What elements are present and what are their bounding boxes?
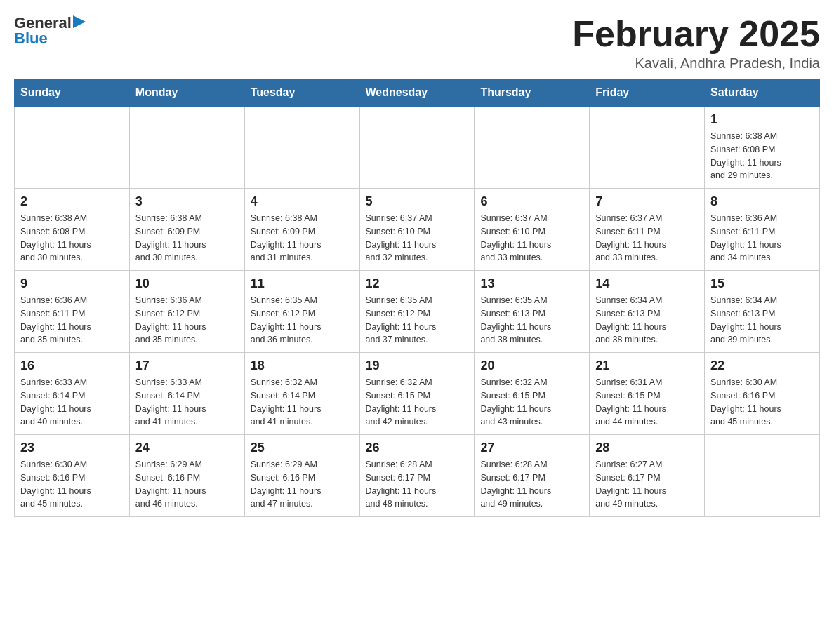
calendar-week-row: 16Sunrise: 6:33 AM Sunset: 6:14 PM Dayli…: [15, 353, 820, 435]
day-info: Sunrise: 6:32 AM Sunset: 6:15 PM Dayligh…: [366, 376, 469, 429]
day-info: Sunrise: 6:36 AM Sunset: 6:12 PM Dayligh…: [135, 294, 239, 347]
day-info: Sunrise: 6:27 AM Sunset: 6:17 PM Dayligh…: [595, 458, 699, 511]
day-info: Sunrise: 6:37 AM Sunset: 6:10 PM Dayligh…: [366, 212, 469, 264]
month-title: February 2025: [572, 14, 820, 54]
day-number: 28: [595, 441, 699, 455]
day-info: Sunrise: 6:32 AM Sunset: 6:15 PM Dayligh…: [480, 376, 583, 429]
logo: General Blue: [14, 14, 86, 48]
day-number: 26: [366, 441, 469, 455]
day-info: Sunrise: 6:28 AM Sunset: 6:17 PM Dayligh…: [366, 458, 469, 511]
day-info: Sunrise: 6:37 AM Sunset: 6:10 PM Dayligh…: [480, 212, 583, 264]
day-info: Sunrise: 6:38 AM Sunset: 6:09 PM Dayligh…: [135, 212, 239, 264]
day-number: 19: [366, 358, 469, 373]
day-number: 3: [135, 194, 239, 209]
day-info: Sunrise: 6:35 AM Sunset: 6:13 PM Dayligh…: [480, 294, 583, 347]
day-number: 6: [480, 194, 583, 209]
logo-blue: Blue: [14, 29, 86, 48]
day-info: Sunrise: 6:38 AM Sunset: 6:08 PM Dayligh…: [20, 212, 124, 264]
day-number: 16: [20, 358, 124, 373]
day-info: Sunrise: 6:37 AM Sunset: 6:11 PM Dayligh…: [595, 212, 699, 264]
day-info: Sunrise: 6:29 AM Sunset: 6:16 PM Dayligh…: [135, 458, 239, 511]
day-number: 15: [710, 276, 814, 291]
calendar-cell: 8Sunrise: 6:36 AM Sunset: 6:11 PM Daylig…: [705, 189, 820, 271]
calendar-cell: 14Sunrise: 6:34 AM Sunset: 6:13 PM Dayli…: [590, 271, 705, 353]
calendar-week-row: 1Sunrise: 6:38 AM Sunset: 6:08 PM Daylig…: [15, 107, 820, 189]
day-info: Sunrise: 6:32 AM Sunset: 6:14 PM Dayligh…: [251, 376, 354, 429]
calendar-cell: 24Sunrise: 6:29 AM Sunset: 6:16 PM Dayli…: [129, 435, 244, 517]
day-info: Sunrise: 6:28 AM Sunset: 6:17 PM Dayligh…: [480, 458, 583, 511]
day-number: 18: [251, 358, 354, 373]
calendar-cell: 9Sunrise: 6:36 AM Sunset: 6:11 PM Daylig…: [15, 271, 130, 353]
day-info: Sunrise: 6:30 AM Sunset: 6:16 PM Dayligh…: [20, 458, 124, 511]
day-info: Sunrise: 6:35 AM Sunset: 6:12 PM Dayligh…: [251, 294, 354, 347]
calendar-cell: [590, 107, 705, 189]
day-info: Sunrise: 6:38 AM Sunset: 6:08 PM Dayligh…: [710, 130, 814, 182]
calendar-week-row: 9Sunrise: 6:36 AM Sunset: 6:11 PM Daylig…: [15, 271, 820, 353]
day-info: Sunrise: 6:38 AM Sunset: 6:09 PM Dayligh…: [251, 212, 354, 264]
day-number: 12: [366, 276, 469, 291]
day-of-week-header: Saturday: [705, 79, 820, 107]
calendar-week-row: 2Sunrise: 6:38 AM Sunset: 6:08 PM Daylig…: [15, 189, 820, 271]
day-number: 24: [135, 441, 239, 455]
calendar-cell: 22Sunrise: 6:30 AM Sunset: 6:16 PM Dayli…: [705, 353, 820, 435]
calendar-cell: 19Sunrise: 6:32 AM Sunset: 6:15 PM Dayli…: [359, 353, 475, 435]
day-number: 17: [135, 358, 239, 373]
day-number: 21: [595, 358, 699, 373]
calendar-header-row: SundayMondayTuesdayWednesdayThursdayFrid…: [15, 79, 820, 107]
day-number: 2: [20, 194, 124, 209]
calendar-cell: 16Sunrise: 6:33 AM Sunset: 6:14 PM Dayli…: [15, 353, 130, 435]
calendar-cell: 18Sunrise: 6:32 AM Sunset: 6:14 PM Dayli…: [244, 353, 359, 435]
day-of-week-header: Thursday: [475, 79, 590, 107]
day-number: 9: [20, 276, 124, 291]
calendar-cell: 17Sunrise: 6:33 AM Sunset: 6:14 PM Dayli…: [129, 353, 244, 435]
calendar-cell: 13Sunrise: 6:35 AM Sunset: 6:13 PM Dayli…: [475, 271, 590, 353]
day-number: 11: [251, 276, 354, 291]
day-info: Sunrise: 6:35 AM Sunset: 6:12 PM Dayligh…: [366, 294, 469, 347]
calendar-cell: 28Sunrise: 6:27 AM Sunset: 6:17 PM Dayli…: [590, 435, 705, 517]
calendar-cell: 7Sunrise: 6:37 AM Sunset: 6:11 PM Daylig…: [590, 189, 705, 271]
day-info: Sunrise: 6:33 AM Sunset: 6:14 PM Dayligh…: [135, 376, 239, 429]
day-info: Sunrise: 6:36 AM Sunset: 6:11 PM Dayligh…: [710, 212, 814, 264]
day-number: 25: [251, 441, 354, 455]
day-info: Sunrise: 6:34 AM Sunset: 6:13 PM Dayligh…: [595, 294, 699, 347]
calendar-cell: 2Sunrise: 6:38 AM Sunset: 6:08 PM Daylig…: [15, 189, 130, 271]
day-info: Sunrise: 6:33 AM Sunset: 6:14 PM Dayligh…: [20, 376, 124, 429]
day-number: 4: [251, 194, 354, 209]
calendar-cell: 3Sunrise: 6:38 AM Sunset: 6:09 PM Daylig…: [129, 189, 244, 271]
day-of-week-header: Monday: [129, 79, 244, 107]
calendar-cell: 25Sunrise: 6:29 AM Sunset: 6:16 PM Dayli…: [244, 435, 359, 517]
calendar-cell: [475, 107, 590, 189]
calendar-cell: 23Sunrise: 6:30 AM Sunset: 6:16 PM Dayli…: [15, 435, 130, 517]
calendar-cell: [359, 107, 475, 189]
day-info: Sunrise: 6:29 AM Sunset: 6:16 PM Dayligh…: [251, 458, 354, 511]
calendar-cell: 27Sunrise: 6:28 AM Sunset: 6:17 PM Dayli…: [475, 435, 590, 517]
calendar-cell: 15Sunrise: 6:34 AM Sunset: 6:13 PM Dayli…: [705, 271, 820, 353]
day-of-week-header: Sunday: [15, 79, 130, 107]
day-number: 8: [710, 194, 814, 209]
day-number: 5: [366, 194, 469, 209]
day-info: Sunrise: 6:30 AM Sunset: 6:16 PM Dayligh…: [710, 376, 814, 429]
calendar-week-row: 23Sunrise: 6:30 AM Sunset: 6:16 PM Dayli…: [15, 435, 820, 517]
calendar-cell: 1Sunrise: 6:38 AM Sunset: 6:08 PM Daylig…: [705, 107, 820, 189]
calendar-cell: 5Sunrise: 6:37 AM Sunset: 6:10 PM Daylig…: [359, 189, 475, 271]
title-block: February 2025 Kavali, Andhra Pradesh, In…: [572, 14, 820, 72]
calendar-cell: [705, 435, 820, 517]
calendar-cell: 20Sunrise: 6:32 AM Sunset: 6:15 PM Dayli…: [475, 353, 590, 435]
page-header: General Blue February 2025 Kavali, Andhr…: [14, 14, 820, 72]
calendar-cell: 11Sunrise: 6:35 AM Sunset: 6:12 PM Dayli…: [244, 271, 359, 353]
day-number: 13: [480, 276, 583, 291]
calendar-cell: [15, 107, 130, 189]
calendar-cell: 6Sunrise: 6:37 AM Sunset: 6:10 PM Daylig…: [475, 189, 590, 271]
day-number: 27: [480, 441, 583, 455]
day-of-week-header: Wednesday: [359, 79, 475, 107]
location: Kavali, Andhra Pradesh, India: [572, 55, 820, 72]
day-number: 20: [480, 358, 583, 373]
day-number: 7: [595, 194, 699, 209]
day-of-week-header: Friday: [590, 79, 705, 107]
calendar-cell: 12Sunrise: 6:35 AM Sunset: 6:12 PM Dayli…: [359, 271, 475, 353]
calendar-cell: 21Sunrise: 6:31 AM Sunset: 6:15 PM Dayli…: [590, 353, 705, 435]
logo-arrow-icon: [73, 15, 86, 28]
day-number: 23: [20, 441, 124, 455]
calendar-table: SundayMondayTuesdayWednesdayThursdayFrid…: [14, 79, 820, 517]
day-number: 14: [595, 276, 699, 291]
